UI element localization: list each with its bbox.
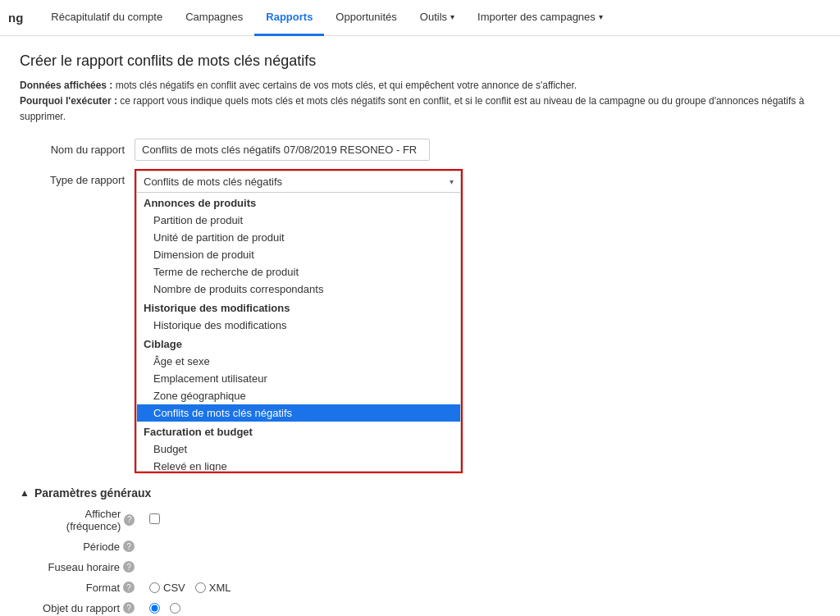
dropdown-group-header: Annonces de produits bbox=[137, 193, 460, 212]
format-radio-xml[interactable]: XML bbox=[195, 582, 231, 594]
dropdown-group-item[interactable]: Nombre de produits correspondants bbox=[137, 281, 460, 298]
afficher-help-icon[interactable]: ? bbox=[124, 514, 135, 526]
dropdown-group-item[interactable]: Conflits de mots clés négatifs bbox=[137, 404, 460, 422]
dropdown-group-item[interactable]: Historique des modifications bbox=[137, 317, 460, 334]
afficher-checkbox[interactable] bbox=[149, 513, 160, 524]
dropdown-group-header: Facturation et budget bbox=[137, 422, 460, 440]
objet-label: Objet du rapport bbox=[43, 602, 120, 614]
dropdown-group-item[interactable]: Relevé en ligne bbox=[137, 458, 460, 472]
report-type-row: Type de rapport Conflits de mots clés né… bbox=[20, 169, 820, 473]
format-help-icon[interactable]: ? bbox=[123, 582, 135, 593]
nav-item-outils[interactable]: Outils ▾ bbox=[409, 0, 466, 36]
report-type-dropdown-container: Conflits de mots clés négatifs ▾ Annonce… bbox=[135, 169, 463, 473]
dropdown-group-item[interactable]: Unité de partition de produit bbox=[137, 229, 460, 246]
nav-item-campagnes[interactable]: Campagnes bbox=[174, 0, 254, 36]
afficher-label: Afficher (fréquence) bbox=[36, 508, 121, 532]
objet-radio1[interactable] bbox=[149, 603, 160, 614]
report-name-input[interactable] bbox=[135, 139, 430, 161]
param-fuseau-row: Fuseau horaire ? bbox=[36, 561, 820, 573]
periode-help-icon[interactable]: ? bbox=[123, 541, 135, 552]
dropdown-selected-value: Conflits de mots clés négatifs bbox=[144, 176, 282, 188]
dropdown-group-item[interactable]: Terme de recherche de produit bbox=[137, 263, 460, 281]
dropdown-group-item[interactable]: Budget bbox=[137, 440, 460, 458]
dropdown-group-item[interactable]: Zone géographique bbox=[137, 387, 460, 404]
param-afficher-row: Afficher (fréquence) ? bbox=[36, 508, 820, 532]
report-type-label: Type de rapport bbox=[20, 169, 135, 186]
format-label: Format bbox=[86, 582, 120, 594]
info-pourquoi-text: ce rapport vous indique quels mots clés … bbox=[20, 95, 804, 122]
chevron-icon: ▲ bbox=[20, 487, 30, 499]
page-title: Créer le rapport conflits de mots clés n… bbox=[20, 52, 820, 70]
dropdown-group-item[interactable]: Dimension de produit bbox=[137, 246, 460, 263]
info-donnees-label: Données affichées : bbox=[20, 80, 112, 91]
info-donnees-text: mots clés négatifs en conflit avec certa… bbox=[116, 80, 577, 91]
dropdown-group-item[interactable]: Partition de produit bbox=[137, 212, 460, 229]
chevron-down-icon: ▾ bbox=[599, 12, 603, 21]
chevron-down-icon: ▾ bbox=[450, 12, 454, 21]
param-format-row: Format ? CSV XML bbox=[36, 582, 820, 594]
dropdown-group-header: Ciblage bbox=[137, 334, 460, 353]
dropdown-group-header: Historique des modifications bbox=[137, 298, 460, 317]
nav-item-recapitulatif[interactable]: Récapitulatif du compte bbox=[39, 0, 174, 36]
format-radio-csv[interactable]: CSV bbox=[149, 582, 185, 594]
objet-radio2-input[interactable] bbox=[170, 603, 180, 614]
param-objet-row: Objet du rapport ? bbox=[36, 602, 820, 614]
page-content: Créer le rapport conflits de mots clés n… bbox=[0, 36, 840, 616]
objet-help-icon[interactable]: ? bbox=[123, 602, 135, 614]
dropdown-list[interactable]: Annonces de produitsPartition de produit… bbox=[136, 193, 461, 472]
param-periode-row: Période ? bbox=[36, 541, 820, 553]
section-params-generaux[interactable]: ▲ Paramètres généraux bbox=[20, 486, 820, 500]
info-block: Données affichées : mots clés négatifs e… bbox=[20, 78, 820, 125]
info-pourquoi-label: Pourquoi l'exécuter : bbox=[20, 95, 117, 107]
objet-radio2[interactable] bbox=[170, 603, 180, 614]
nav-item-opportunites[interactable]: Opportunités bbox=[324, 0, 408, 36]
report-type-dropdown-trigger[interactable]: Conflits de mots clés négatifs ▾ bbox=[136, 171, 461, 193]
brand-logo: ng bbox=[8, 11, 23, 25]
format-radio-csv-input[interactable] bbox=[149, 582, 160, 593]
report-name-label: Nom du rapport bbox=[20, 144, 135, 156]
params-section-label: Paramètres généraux bbox=[34, 486, 151, 500]
format-radio-xml-input[interactable] bbox=[195, 582, 206, 593]
periode-label: Période bbox=[83, 541, 120, 553]
report-name-row: Nom du rapport bbox=[20, 139, 820, 161]
nav-item-rapports[interactable]: Rapports bbox=[254, 0, 324, 36]
nav-item-importer[interactable]: Importer des campagnes ▾ bbox=[466, 0, 614, 36]
top-navigation: ng Récapitulatif du compte Campagnes Rap… bbox=[0, 0, 840, 36]
dropdown-group-item[interactable]: Âge et sexe bbox=[137, 353, 460, 370]
fuseau-label: Fuseau horaire bbox=[48, 561, 120, 573]
dropdown-arrow-icon: ▾ bbox=[450, 177, 454, 186]
objet-radio1-input[interactable] bbox=[149, 603, 160, 614]
dropdown-group-item[interactable]: Emplacement utilisateur bbox=[137, 370, 460, 387]
fuseau-help-icon[interactable]: ? bbox=[123, 561, 135, 573]
